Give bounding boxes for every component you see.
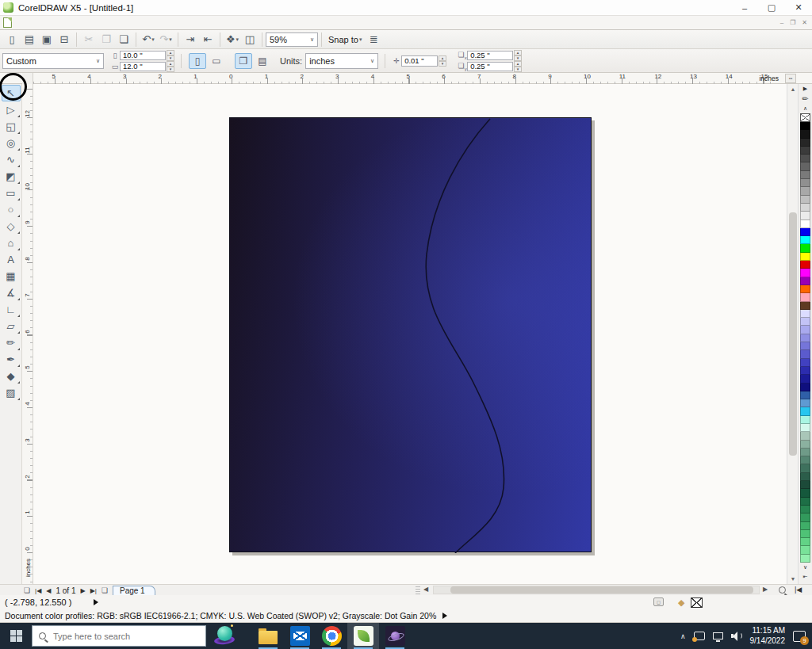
units-combo[interactable]: inches ∨ xyxy=(305,53,378,69)
duplicate-y-spinner[interactable]: ▴▾ xyxy=(514,61,522,72)
ellipse-tool[interactable]: ○ xyxy=(2,201,21,218)
table-tool[interactable]: ▦ xyxy=(2,268,21,284)
palette-swatch[interactable] xyxy=(800,285,810,293)
print-button[interactable]: ⊟ xyxy=(56,32,72,48)
palette-swatch[interactable] xyxy=(800,473,810,481)
palette-swatch[interactable] xyxy=(800,162,810,170)
outline-pen-tool[interactable]: ✒ xyxy=(2,351,21,368)
zoom-level-combo[interactable]: 59% ∨ xyxy=(266,32,318,47)
scroll-up-icon[interactable]: ▲ xyxy=(787,84,799,94)
all-pages-button[interactable]: ❐ xyxy=(235,53,252,69)
basic-shapes-tool[interactable]: ⌂ xyxy=(2,235,21,251)
palette-swatch[interactable] xyxy=(800,310,810,318)
fill-color-indicator[interactable] xyxy=(691,597,703,608)
freehand-tool[interactable]: ∿ xyxy=(2,151,21,168)
palette-swatch[interactable] xyxy=(800,530,810,538)
navigator-icon[interactable] xyxy=(779,586,786,594)
blend-tool[interactable]: ▱ xyxy=(2,318,21,334)
ruler-origin-button[interactable] xyxy=(22,73,33,84)
palette-swatch[interactable] xyxy=(800,506,810,513)
vertical-scrollbar[interactable]: ▲ ▼ xyxy=(787,84,798,584)
palette-swatch[interactable] xyxy=(800,391,810,399)
fill-tool[interactable]: ◆ xyxy=(2,368,21,384)
rectangle-tool[interactable]: ▭ xyxy=(2,185,21,201)
chevron-down-icon[interactable]: ▾ xyxy=(169,36,172,43)
last-page-button[interactable]: ▶| xyxy=(90,587,97,594)
palette-swatch[interactable] xyxy=(800,293,810,301)
crop-tool[interactable]: ◱ xyxy=(2,118,21,135)
page-width-field[interactable]: 10.0 " xyxy=(120,51,166,60)
scroll-right-icon[interactable]: ▶ xyxy=(763,586,768,593)
landscape-button[interactable]: ▭ xyxy=(208,53,225,69)
palette-swatch[interactable] xyxy=(800,546,810,554)
palette-swatch[interactable] xyxy=(800,449,810,456)
palette-swatch[interactable] xyxy=(800,399,810,407)
palette-swatch[interactable] xyxy=(800,204,810,212)
interactive-fill-tool[interactable]: ▨ xyxy=(2,384,21,401)
palette-swatch[interactable] xyxy=(800,538,810,546)
palette-swatch[interactable] xyxy=(800,269,810,277)
horizontal-scroll-thumb[interactable] xyxy=(450,586,753,594)
palette-swatch[interactable] xyxy=(800,359,810,367)
page-preset-combo[interactable]: Custom ∨ xyxy=(2,53,104,69)
previous-page-button[interactable]: ◀ xyxy=(46,587,51,594)
page-height-field[interactable]: 12.0 " xyxy=(120,62,166,71)
palette-swatch[interactable] xyxy=(800,326,810,334)
page-flip-icon[interactable]: ❏ xyxy=(24,586,30,594)
palette-swatch[interactable] xyxy=(800,187,810,195)
search-highlight-icon[interactable] xyxy=(211,623,238,649)
page-tab[interactable]: Page 1 xyxy=(113,586,155,596)
open-button[interactable]: ▤ xyxy=(21,32,37,48)
palette-scroll-down-icon[interactable]: ∨ xyxy=(800,563,811,572)
color-eyedropper-tool[interactable]: ✏ xyxy=(2,334,21,351)
palette-swatch[interactable] xyxy=(800,424,810,432)
palette-swatch[interactable] xyxy=(800,407,810,415)
notification-icon[interactable]: 9 xyxy=(793,631,806,642)
doc-minimize-button[interactable]: – xyxy=(780,19,783,26)
speaker-icon[interactable] xyxy=(731,632,742,641)
palette-swatch[interactable] xyxy=(800,122,810,130)
duplicate-y-field[interactable]: 0.25 " xyxy=(467,62,513,71)
palette-swatch[interactable] xyxy=(800,228,810,236)
palette-swatch[interactable] xyxy=(800,236,810,244)
palette-swatch[interactable] xyxy=(800,318,810,326)
doc-close-button[interactable]: ✕ xyxy=(802,19,807,26)
scroll-down-icon[interactable]: ▼ xyxy=(787,574,799,584)
start-button[interactable] xyxy=(0,623,32,649)
taskbar-search[interactable] xyxy=(32,625,206,647)
welcome-screen-button[interactable]: ◫ xyxy=(242,32,258,48)
paste-button[interactable]: ❏ xyxy=(116,32,132,48)
palette-swatch[interactable] xyxy=(800,441,810,449)
export-button[interactable]: ⇤ xyxy=(200,32,216,48)
palette-swatch[interactable] xyxy=(800,489,810,497)
palette-swatch[interactable] xyxy=(800,212,810,220)
maximize-button[interactable]: ▢ xyxy=(758,0,785,15)
close-button[interactable]: ✕ xyxy=(785,0,812,15)
minimize-button[interactable]: – xyxy=(731,0,758,15)
horizontal-ruler[interactable]: 543210123456789101112131415 xyxy=(33,73,777,84)
nudge-spinner[interactable]: ▴▾ xyxy=(439,55,446,67)
scroll-left-icon[interactable]: ◀ xyxy=(423,586,428,593)
page-width-spinner[interactable]: ▴▾ xyxy=(167,50,174,61)
palette-swatch[interactable] xyxy=(800,130,810,138)
nudge-field[interactable]: 0.01 " xyxy=(401,55,438,67)
taskbar-app-file-explorer[interactable] xyxy=(252,623,284,649)
taskbar-app-planet-app[interactable] xyxy=(379,623,411,649)
palette-scroll-up-icon[interactable]: ∧ xyxy=(800,104,811,113)
network-icon[interactable] xyxy=(713,632,723,639)
palette-flyout-button[interactable]: ▶ xyxy=(800,84,811,94)
save-button[interactable]: ▣ xyxy=(39,32,55,48)
palette-swatch[interactable] xyxy=(800,147,810,155)
next-page-button[interactable]: ▶ xyxy=(81,587,86,594)
palette-swatch[interactable] xyxy=(800,456,810,464)
new-document-button[interactable]: ▯ xyxy=(4,32,20,48)
text-tool[interactable]: A xyxy=(2,251,21,268)
palette-swatch[interactable] xyxy=(800,522,810,530)
undo-button[interactable]: ↶▾ xyxy=(140,32,156,48)
page-height-spinner[interactable]: ▴▾ xyxy=(167,61,174,72)
palette-swatch[interactable] xyxy=(800,139,810,147)
search-input[interactable] xyxy=(52,631,178,642)
application-launcher-button[interactable]: ❖▾ xyxy=(224,32,240,48)
palette-swatch[interactable] xyxy=(800,481,810,489)
current-page-button[interactable]: ▤ xyxy=(254,53,271,69)
